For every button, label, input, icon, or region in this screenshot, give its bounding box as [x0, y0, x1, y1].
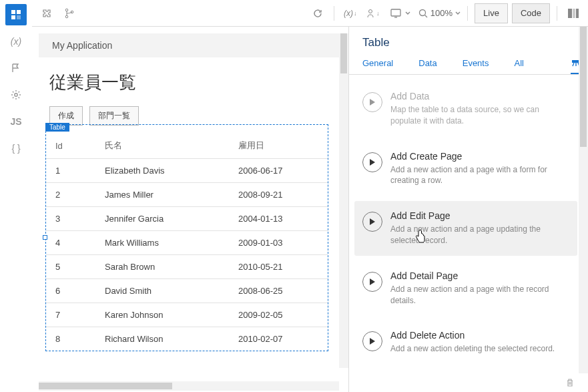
- tab-general[interactable]: General: [362, 52, 393, 74]
- rail-gear-icon[interactable]: [5, 84, 27, 106]
- action-title: Add Data: [390, 91, 569, 102]
- play-icon: [362, 92, 382, 112]
- variable-arrow-icon[interactable]: (x)↓: [341, 4, 360, 23]
- play-icon: [362, 152, 382, 172]
- cell-id: 7: [46, 303, 99, 327]
- svg-rect-0: [11, 10, 15, 14]
- design-canvas: My Application 従業員一覧 作成 部門一覧 Table I: [32, 27, 349, 392]
- action-add-edit[interactable]: Add Edit PageAdd a new action and a page…: [354, 201, 577, 256]
- action-title: Add Edit Page: [390, 210, 569, 221]
- cell-name: Sarah Brown: [99, 255, 233, 279]
- rail-js-icon[interactable]: JS: [5, 111, 27, 132]
- action-title: Add Create Page: [390, 151, 569, 162]
- rail-variable-icon[interactable]: (x): [5, 31, 27, 52]
- code-button[interactable]: Code: [512, 3, 550, 23]
- canvas-h-scrollbar[interactable]: [39, 381, 339, 391]
- cell-id: 3: [46, 207, 99, 231]
- col-hired-header[interactable]: 雇用日: [233, 134, 328, 159]
- tab-data[interactable]: Data: [418, 52, 436, 74]
- cell-name: Richard Wilson: [99, 327, 233, 351]
- zoom-control[interactable]: 100%: [418, 8, 461, 18]
- play-icon: [362, 331, 382, 351]
- cell-name: David Smith: [99, 279, 233, 303]
- layout-toggle-icon[interactable]: [564, 4, 583, 23]
- left-rail: (x) JS { }: [0, 0, 32, 392]
- table-row[interactable]: 2James Miller2008-09-21: [46, 183, 328, 207]
- cell-id: 1: [46, 159, 99, 183]
- cell-hired: 2008-06-25: [233, 279, 328, 303]
- trash-icon[interactable]: [565, 373, 575, 392]
- cell-id: 6: [46, 279, 99, 303]
- inspector-title: Table: [349, 27, 588, 52]
- cell-name: Elizabeth Davis: [99, 159, 233, 183]
- action-desc: Add a new action and a page with a form …: [390, 164, 569, 187]
- user-arrow-icon[interactable]: ↓: [364, 4, 382, 23]
- refresh-icon[interactable]: [308, 4, 327, 23]
- page-title: 従業員一覧: [49, 71, 328, 94]
- tab-all[interactable]: All: [514, 52, 523, 74]
- svg-point-10: [419, 9, 425, 15]
- cell-hired: 2004-01-13: [233, 207, 328, 231]
- department-list-button[interactable]: 部門一覧: [89, 106, 139, 126]
- svg-rect-3: [17, 15, 21, 19]
- svg-rect-1: [17, 10, 21, 14]
- cell-name: Jennifer Garcia: [99, 207, 233, 231]
- separator: [334, 6, 334, 21]
- svg-rect-9: [391, 9, 400, 16]
- cell-hired: 2008-09-21: [233, 183, 328, 207]
- branch-icon[interactable]: [60, 4, 79, 23]
- action-add-data[interactable]: Add DataMap the table to a data source, …: [354, 81, 577, 136]
- separator: [557, 6, 557, 21]
- action-add-detail[interactable]: Add Detail PageAdd a new action and a pa…: [354, 261, 577, 316]
- chevron-down-icon: [405, 11, 410, 16]
- svg-point-4: [15, 93, 17, 96]
- live-button[interactable]: Live: [475, 3, 508, 23]
- table-row[interactable]: 5Sarah Brown2010-05-21: [46, 255, 328, 279]
- device-dropdown[interactable]: [386, 9, 414, 18]
- action-title: Add Delete Action: [390, 330, 569, 341]
- cell-hired: 2010-05-21: [233, 255, 328, 279]
- cell-hired: 2009-02-05: [233, 303, 328, 327]
- action-title: Add Detail Page: [390, 270, 569, 281]
- inspector-tabs: General Data Events All: [349, 52, 588, 75]
- inspector-panel: Table General Data Events All Add DataMa…: [349, 27, 588, 392]
- canvas-v-scrollbar[interactable]: [339, 33, 348, 368]
- table-row[interactable]: 1Elizabeth Davis2006-06-17: [46, 159, 328, 183]
- resize-handle-left[interactable]: [43, 235, 47, 240]
- zoom-value: 100%: [430, 8, 453, 18]
- table-widget[interactable]: Id 氏名 雇用日 1Elizabeth Davis2006-06-172Jam…: [45, 124, 328, 351]
- table-row[interactable]: 7Karen Johnson2009-02-05: [46, 303, 328, 327]
- tab-events[interactable]: Events: [463, 52, 489, 74]
- action-desc: Add a new action deleting the selected r…: [390, 343, 569, 355]
- svg-rect-2: [11, 15, 15, 19]
- rail-flag-icon[interactable]: [5, 57, 27, 79]
- rail-braces-icon[interactable]: { }: [5, 138, 27, 159]
- col-id-header[interactable]: Id: [46, 134, 99, 159]
- chevron-down-icon: [455, 11, 461, 16]
- top-toolbar: (x)↓ ↓ 100% Live Code: [32, 0, 588, 27]
- table-row[interactable]: 3Jennifer Garcia2004-01-13: [46, 207, 328, 231]
- col-name-header[interactable]: 氏名: [99, 134, 233, 159]
- svg-rect-12: [573, 9, 575, 18]
- inspector-v-scrollbar[interactable]: [579, 27, 588, 373]
- play-icon: [362, 212, 382, 232]
- cell-id: 2: [46, 183, 99, 207]
- cell-name: Mark Williams: [99, 231, 233, 255]
- separator: [467, 6, 468, 21]
- app-title-bar: My Application: [39, 33, 342, 57]
- puzzle-icon[interactable]: [37, 4, 56, 23]
- table-row[interactable]: 8Richard Wilson2010-02-07: [46, 327, 328, 351]
- selection-tag[interactable]: Table: [45, 123, 69, 132]
- table-row[interactable]: 6David Smith2008-06-25: [46, 279, 328, 303]
- cell-name: James Miller: [99, 183, 233, 207]
- rail-pages-icon[interactable]: [5, 4, 27, 25]
- cell-name: Karen Johnson: [99, 303, 233, 327]
- cell-hired: 2006-06-17: [233, 159, 328, 183]
- cell-id: 8: [46, 327, 99, 351]
- svg-point-6: [65, 15, 68, 18]
- play-icon: [362, 272, 382, 292]
- action-add-create[interactable]: Add Create PageAdd a new action and a pa…: [354, 142, 577, 196]
- action-add-delete[interactable]: Add Delete ActionAdd a new action deleti…: [354, 321, 577, 364]
- table-row[interactable]: 4Mark Williams2009-01-03: [46, 231, 328, 255]
- svg-rect-13: [576, 9, 579, 18]
